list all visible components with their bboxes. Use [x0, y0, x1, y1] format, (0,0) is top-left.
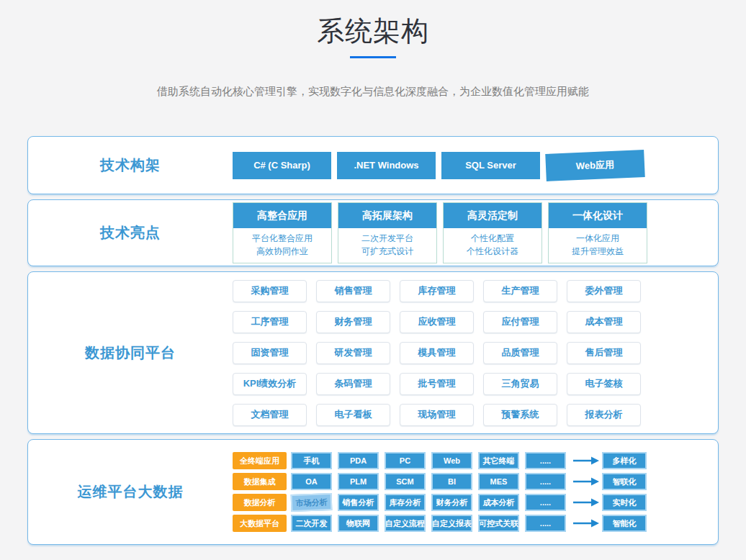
arrow-right-icon — [573, 477, 599, 486]
module-button: 预警系统 — [483, 404, 557, 426]
bigdata-row: 数据集成 OA PLM SCM BI MES ..... 智联化 — [233, 473, 718, 490]
bigdata-tile: MES — [478, 473, 519, 490]
bigdata-tile: 自定义流程 — [385, 515, 426, 532]
module-button: 应付管理 — [483, 311, 557, 333]
bigdata-tile: 财务分析 — [431, 494, 472, 511]
highlight-card-body: 一体化应用 提升管理效益 — [549, 228, 647, 263]
highlight-card-title: 高整合应用 — [233, 203, 331, 228]
bigdata-tile: ..... — [525, 515, 566, 532]
highlight-line: 一体化应用 — [549, 232, 647, 245]
highlight-card-title: 一体化设计 — [549, 203, 647, 228]
arrow-right-icon — [573, 456, 599, 465]
bigdata-tile: SCM — [385, 473, 426, 490]
bigdata-tile: 自定义报表 — [431, 515, 472, 532]
highlight-line: 提升管理效益 — [549, 245, 647, 258]
bigdata-row: 大数据平台 二次开发 物联网 自定义流程 自定义报表 可控式关联 ..... 智… — [233, 515, 718, 532]
highlight-card-title: 高拓展架构 — [338, 203, 436, 228]
bigdata-tile: 二次开发 — [291, 515, 332, 532]
bigdata-tile: 销售分析 — [338, 494, 379, 511]
bigdata-tile: PDA — [338, 452, 379, 469]
bigdata-tile: OA — [291, 473, 332, 490]
module-button: 电子签核 — [567, 373, 641, 395]
title-underline — [350, 56, 396, 58]
page: 系统架构 借助系统自动化核心管理引擎，实现数字化与信息化深度融合，为企业数值化管… — [0, 0, 746, 560]
module-button: 研发管理 — [316, 342, 390, 364]
module-button: KPI绩效分析 — [233, 373, 307, 395]
tech-item-csharp: C# (C Sharp) — [233, 152, 331, 179]
bigdata-tile: 市场分析 — [291, 493, 333, 512]
bigdata-tile: 成本分析 — [478, 494, 519, 511]
highlight-line: 平台化整合应用 — [233, 232, 331, 245]
bigdata-tile: 其它终端 — [478, 452, 519, 469]
module-button: 售后管理 — [567, 342, 641, 364]
page-title: 系统架构 — [0, 0, 746, 50]
arrow-right-icon — [573, 498, 599, 507]
bigdata-tile: ..... — [525, 494, 566, 511]
bigdata-row: 全终端应用 手机 PDA PC Web 其它终端 ..... 多样化 — [233, 452, 718, 469]
module-button: 生产管理 — [483, 280, 557, 302]
bigdata-tile: 可控式关联 — [478, 515, 519, 532]
category-button: 全终端应用 — [233, 452, 287, 469]
category-button: 数据集成 — [233, 473, 287, 490]
result-tile: 智联化 — [602, 473, 647, 490]
highlight-card-body: 二次开发平台 可扩充式设计 — [338, 228, 436, 263]
module-button: 模具管理 — [400, 342, 474, 364]
module-button: 销售管理 — [316, 280, 390, 302]
page-subtitle: 借助系统自动化核心管理引擎，实现数字化与信息化深度融合，为企业数值化管理应用赋能 — [0, 85, 746, 99]
highlight-card: 一体化设计 一体化应用 提升管理效益 — [548, 202, 647, 263]
tech-stack-row: C# (C Sharp) .NET Windows SQL Server Web… — [233, 152, 718, 179]
highlight-line: 可扩充式设计 — [338, 245, 436, 258]
highlight-line: 高效协同作业 — [233, 245, 331, 258]
section-label-data-platform: 数据协同平台 — [28, 343, 233, 363]
bigdata-tile: 物联网 — [338, 515, 379, 532]
data-platform-grid: 采购管理 销售管理 库存管理 生产管理 委外管理 工序管理 财务管理 应收管理 … — [233, 280, 718, 426]
module-button: 批号管理 — [400, 373, 474, 395]
bigdata-tile: 手机 — [291, 452, 332, 469]
section-highlights: 技术亮点 高整合应用 平台化整合应用 高效协同作业 高拓展架构 二次开发平台 可… — [27, 199, 719, 266]
module-button: 报表分析 — [567, 404, 641, 426]
bigdata-tile: 库存分析 — [385, 494, 426, 511]
module-button: 品质管理 — [483, 342, 557, 364]
section-label-bigdata: 运维平台大数据 — [28, 482, 233, 502]
highlights-row: 高整合应用 平台化整合应用 高效协同作业 高拓展架构 二次开发平台 可扩充式设计… — [233, 202, 718, 263]
data-platform-grid-wrap: 采购管理 销售管理 库存管理 生产管理 委外管理 工序管理 财务管理 应收管理 … — [233, 280, 718, 426]
module-button: 三角贸易 — [483, 373, 557, 395]
result-tile: 实时化 — [602, 494, 647, 511]
bigdata-tile: Web — [431, 452, 472, 469]
highlight-card-title: 高灵活定制 — [444, 203, 541, 228]
module-button: 库存管理 — [400, 280, 474, 302]
tech-item-web: Web应用 — [545, 150, 645, 181]
category-button: 大数据平台 — [233, 515, 287, 532]
module-button: 固资管理 — [233, 342, 307, 364]
category-button: 数据分析 — [233, 494, 287, 511]
bigdata-tile: BI — [431, 473, 472, 490]
bigdata-row: 数据分析 市场分析 销售分析 库存分析 财务分析 成本分析 ..... 实时化 — [233, 494, 718, 511]
architecture-diagram: 技术构架 C# (C Sharp) .NET Windows SQL Serve… — [27, 136, 719, 545]
tech-item-sqlserver: SQL Server — [441, 152, 540, 179]
section-tech-stack: 技术构架 C# (C Sharp) .NET Windows SQL Serve… — [27, 136, 719, 194]
section-data-platform: 数据协同平台 采购管理 销售管理 库存管理 生产管理 委外管理 工序管理 财务管… — [27, 271, 719, 434]
section-label-tech-stack: 技术构架 — [28, 155, 233, 175]
bigdata-tile: PC — [385, 452, 426, 469]
highlight-line: 二次开发平台 — [338, 232, 436, 245]
tech-item-dotnet: .NET Windows — [337, 152, 436, 179]
module-button: 成本管理 — [567, 311, 641, 333]
bigdata-tile: ..... — [525, 473, 566, 490]
section-label-highlights: 技术亮点 — [28, 223, 233, 243]
highlight-line: 个性化配置 — [444, 232, 541, 245]
highlight-card: 高灵活定制 个性化配置 个性化设计器 — [443, 202, 542, 263]
highlight-card-body: 个性化配置 个性化设计器 — [444, 228, 541, 263]
module-button: 财务管理 — [316, 311, 390, 333]
result-tile: 多样化 — [602, 452, 647, 469]
module-button: 现场管理 — [400, 404, 474, 426]
module-button: 文档管理 — [233, 404, 307, 426]
arrow-right-icon — [573, 519, 599, 528]
highlight-line: 个性化设计器 — [444, 245, 541, 258]
highlight-card: 高整合应用 平台化整合应用 高效协同作业 — [233, 202, 332, 263]
module-button: 条码管理 — [316, 373, 390, 395]
result-tile: 智能化 — [602, 515, 647, 532]
bigdata-tile: PLM — [338, 473, 379, 490]
bigdata-tile: ..... — [525, 452, 566, 469]
module-button: 采购管理 — [233, 280, 307, 302]
module-button: 工序管理 — [233, 311, 307, 333]
